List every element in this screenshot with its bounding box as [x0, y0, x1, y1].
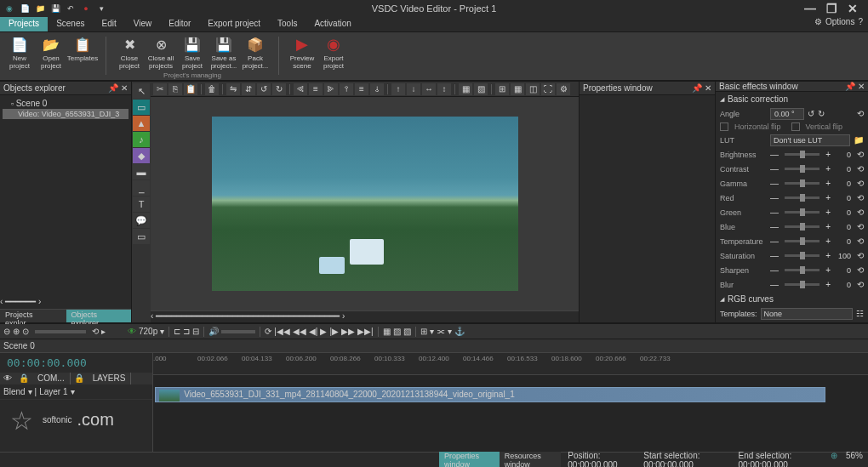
- split-icon[interactable]: ⊟: [192, 327, 199, 336]
- align-top-icon[interactable]: ⫯: [340, 83, 353, 95]
- snap-icon[interactable]: ⊞: [420, 327, 427, 336]
- align-middle-icon[interactable]: ≡: [355, 83, 368, 95]
- chart-tool[interactable]: ▬: [133, 164, 150, 179]
- shape-tool[interactable]: ◆: [133, 148, 150, 163]
- grid-icon[interactable]: ⊞: [495, 83, 509, 95]
- rotate-cw-icon[interactable]: ↻: [818, 109, 825, 118]
- align-left-icon[interactable]: ⫷: [294, 83, 307, 95]
- paste-icon[interactable]: 📋: [184, 83, 197, 95]
- timeline-ruler[interactable]: .00000:02.06600:04.13300:06.20000:08.266…: [153, 353, 868, 375]
- clip-end-icon[interactable]: ⊐: [183, 327, 190, 336]
- folder-icon[interactable]: 📁: [854, 135, 864, 145]
- slider-green[interactable]: [785, 211, 819, 214]
- tab-resources-window[interactable]: Resources window: [500, 451, 561, 468]
- ruler-icon[interactable]: ▦: [511, 83, 524, 95]
- step-back-icon[interactable]: ◀|: [309, 327, 318, 336]
- reset-icon[interactable]: ⟲: [857, 280, 864, 289]
- play-icon[interactable]: ▶: [320, 327, 327, 336]
- maximize-icon[interactable]: ❐: [826, 2, 837, 15]
- marker3-icon[interactable]: ▧: [403, 327, 411, 336]
- tab-layers[interactable]: LAYERS: [88, 373, 132, 384]
- lut-combo[interactable]: Don't use LUT: [770, 134, 850, 146]
- flip-h-icon[interactable]: ⇋: [226, 83, 240, 95]
- close-all-button[interactable]: ⊗Close allprojects: [146, 35, 175, 70]
- preview-scrollbar[interactable]: ‹ ━━━━━━━━━━━━━━━━━━━━━━━━━━━━━━━━━━━━ ›: [151, 310, 579, 322]
- slider-blur[interactable]: [785, 283, 819, 286]
- subtitle-tool[interactable]: ▭: [133, 229, 150, 244]
- reset-icon[interactable]: ⟲: [857, 222, 864, 231]
- marker1-icon[interactable]: ▦: [383, 327, 391, 336]
- preview-scene-button[interactable]: ▶Previewscene: [288, 35, 317, 70]
- tree-scene[interactable]: ▫ Scene 0: [3, 98, 128, 109]
- panel-close-icon[interactable]: ✕: [858, 82, 865, 91]
- tab-com[interactable]: COM...: [32, 373, 71, 384]
- anchor-icon[interactable]: ⚓: [454, 327, 465, 336]
- reset-icon[interactable]: ⟲: [857, 179, 864, 188]
- timeline-canvas[interactable]: .00000:02.06600:04.13300:06.20000:08.266…: [153, 353, 868, 452]
- preview-canvas[interactable]: [151, 97, 579, 310]
- menu-export[interactable]: Export project: [199, 17, 269, 31]
- align-bottom-icon[interactable]: ⫰: [370, 83, 384, 95]
- save-icon[interactable]: 💾: [49, 3, 61, 14]
- menu-view[interactable]: View: [125, 17, 161, 31]
- slider-contrast[interactable]: [785, 168, 819, 170]
- audio-tool[interactable]: ♪: [133, 132, 150, 147]
- text-tool[interactable]: T: [133, 196, 150, 212]
- dropdown-icon[interactable]: ▾: [95, 3, 107, 14]
- panel-close-icon[interactable]: ✕: [705, 83, 711, 93]
- pin-icon[interactable]: 📌: [692, 83, 702, 93]
- basic-correction-section[interactable]: Basic correction: [716, 92, 868, 106]
- close-project-button[interactable]: ✖Closeproject: [115, 35, 144, 70]
- export-project-button[interactable]: ◉Exportproject: [319, 35, 348, 70]
- reset-icon[interactable]: ⟲: [857, 251, 864, 260]
- loop-icon[interactable]: ⟳: [265, 327, 271, 336]
- reset-icon[interactable]: ⟲: [857, 164, 864, 174]
- reset-icon[interactable]: ⟲: [857, 109, 864, 118]
- new-project-button[interactable]: 📄Newproject: [5, 35, 34, 70]
- tab-projects-explorer[interactable]: Projects explor...: [0, 310, 66, 322]
- video-tool[interactable]: ▭: [133, 100, 150, 115]
- group-icon[interactable]: ▦: [459, 83, 472, 95]
- pack-project-button[interactable]: 📦Packproject...: [241, 35, 270, 70]
- curves-icon[interactable]: ☷: [856, 309, 864, 318]
- objects-tree[interactable]: ▫ Scene 0 Video: Video_6553931_DJI_3: [0, 95, 131, 297]
- reset-icon[interactable]: ⟲: [857, 193, 864, 202]
- marker2-icon[interactable]: ▨: [393, 327, 401, 336]
- prev-frame-icon[interactable]: ◀◀: [293, 327, 306, 336]
- tab-objects-explorer[interactable]: Objects explorer: [66, 310, 132, 322]
- reset-icon[interactable]: ⟲: [857, 265, 864, 275]
- copy-icon[interactable]: ⎘: [168, 83, 182, 95]
- slider-brightness[interactable]: [785, 153, 819, 156]
- gear-icon[interactable]: ⚙: [557, 83, 570, 95]
- rotate-left-icon[interactable]: ↺: [257, 83, 271, 95]
- zoom-fit-icon[interactable]: ⊙: [22, 327, 29, 336]
- slider-gamma[interactable]: [785, 182, 819, 185]
- gear-icon[interactable]: ⚙: [814, 17, 822, 31]
- ungroup-icon[interactable]: ▨: [474, 83, 488, 95]
- pin-icon[interactable]: 📌: [108, 83, 118, 93]
- rgb-curves-section[interactable]: RGB curves: [716, 292, 868, 306]
- tooltip-tool[interactable]: 💬: [133, 213, 150, 228]
- templates-button[interactable]: 📋Templates: [68, 35, 97, 70]
- slider-temperature[interactable]: [785, 240, 819, 242]
- dist-v-icon[interactable]: ↕: [437, 83, 451, 95]
- goto-start-icon[interactable]: |◀◀: [274, 327, 290, 336]
- line-tool[interactable]: ⎯: [133, 180, 150, 196]
- zoom-in-icon[interactable]: ⊕: [13, 327, 20, 336]
- menu-projects[interactable]: Projects: [0, 17, 48, 31]
- open-icon[interactable]: 📁: [34, 3, 46, 14]
- cursor-tool[interactable]: ↖: [133, 83, 150, 99]
- tree-video[interactable]: Video: Video_6553931_DJI_3: [3, 109, 128, 119]
- menu-editor[interactable]: Editor: [160, 17, 199, 31]
- eye-icon[interactable]: 👁: [128, 327, 136, 336]
- save-project-button[interactable]: 💾Saveproject: [178, 35, 207, 70]
- resolution-label[interactable]: 720p: [139, 327, 157, 336]
- dist-h-icon[interactable]: ↔: [422, 83, 436, 95]
- move-down-icon[interactable]: ↓: [407, 83, 420, 95]
- rotate-right-icon[interactable]: ↻: [272, 83, 286, 95]
- cut-icon[interactable]: ✂: [153, 83, 167, 95]
- menu-scenes[interactable]: Scenes: [48, 17, 93, 31]
- zoom-reset-icon[interactable]: ⟲: [92, 327, 99, 336]
- close-icon[interactable]: ✕: [848, 2, 858, 15]
- options-label[interactable]: Options: [825, 17, 854, 31]
